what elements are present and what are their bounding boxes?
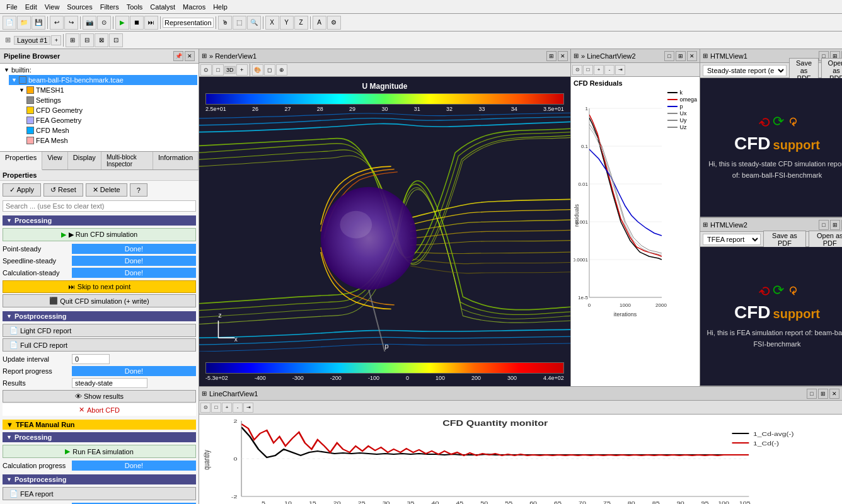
play-btn[interactable]: ▶	[115, 16, 129, 30]
speedline-steady-value[interactable]: Done!	[72, 256, 196, 266]
delete-btn[interactable]: ✕ Delete	[86, 183, 127, 197]
view-btn1[interactable]: ⊞	[66, 33, 79, 47]
settings-btn[interactable]: ⚙	[327, 16, 341, 30]
tfea-processing-header[interactable]: ▼ Processing	[3, 432, 196, 442]
lc-close-btn[interactable]: ✕	[829, 389, 839, 399]
light-cfd-btn[interactable]: 📄 Light CFD report	[3, 324, 196, 337]
rv-tb5[interactable]: ◻	[264, 64, 275, 76]
tab-properties[interactable]: Properties	[0, 152, 42, 170]
rv-3d[interactable]: 3D	[224, 66, 236, 74]
menu-file[interactable]: File	[3, 2, 21, 12]
rv-tb4[interactable]: 🎨	[252, 64, 263, 76]
rv-tb3[interactable]: +	[236, 64, 248, 76]
annotation-btn[interactable]: A	[313, 16, 326, 30]
rotate-y-btn[interactable]: Y	[280, 16, 294, 30]
panel-close-btn[interactable]: ✕	[185, 51, 195, 61]
panel-pin-btn[interactable]: 📌	[173, 51, 183, 61]
camera-btn[interactable]: 📷	[83, 16, 96, 30]
new-btn[interactable]: 📄	[3, 16, 16, 30]
results-input[interactable]	[72, 378, 147, 388]
tree-item-settings[interactable]: Settings	[24, 95, 197, 105]
show-results-btn[interactable]: 👁 Show results	[3, 390, 196, 403]
menu-tools[interactable]: Tools	[123, 2, 147, 12]
rotate-z-btn[interactable]: Z	[294, 16, 308, 30]
tree-item-tmesh[interactable]: ▼ TMESH1	[16, 85, 197, 95]
calc-progress-value[interactable]: Done!	[72, 461, 196, 471]
res-tb4[interactable]: -	[604, 65, 614, 75]
view-btn3[interactable]: ⊠	[95, 33, 108, 47]
rv-tb2[interactable]: □	[212, 64, 224, 76]
res-close-btn[interactable]: ✕	[687, 51, 697, 61]
zoom-btn[interactable]: 🔍	[247, 16, 261, 30]
rv-orient-btn[interactable]: ⊕	[276, 64, 287, 76]
html-view2-dropdown[interactable]: TFEA report	[703, 234, 761, 245]
tree-item-file[interactable]: ▼ beam-ball-FSI-benchmark.tcae	[9, 75, 197, 85]
representation-select[interactable]: Representation	[163, 18, 214, 28]
tab-display[interactable]: Display	[68, 152, 101, 169]
quit-cfd-btn[interactable]: ⬛ Quit CFD simulation (+ write)	[3, 294, 196, 307]
add-layout-btn[interactable]: +	[51, 35, 61, 45]
rv-tb1[interactable]: ⊙	[200, 64, 212, 76]
html-view2-open-pdf[interactable]: Open as PDF	[809, 231, 843, 248]
view-btn2[interactable]: ⊟	[80, 33, 94, 47]
html-view1-dropdown[interactable]: Steady-state report (e	[703, 65, 787, 76]
fea-report-btn[interactable]: 📄 FEA report	[3, 487, 196, 500]
undo-btn[interactable]: ↩	[50, 16, 64, 30]
tree-item-cfd-geom[interactable]: CFD Geometry	[24, 105, 197, 115]
save-btn[interactable]: 💾	[32, 16, 45, 30]
tfea-postprocessing-header[interactable]: ▼ Postprocessing	[3, 474, 196, 484]
tree-item-builtin[interactable]: ▼ builtin:	[1, 65, 197, 75]
view-btn4[interactable]: ⊡	[109, 33, 123, 47]
tab-multiblock[interactable]: Multi-block Inspector	[101, 152, 153, 169]
tree-item-fea-mesh[interactable]: FEA Mesh	[24, 135, 197, 146]
lc-fullscreen-btn[interactable]: ⊞	[818, 389, 828, 399]
tree-item-fea-geom[interactable]: FEA Geometry	[24, 115, 197, 125]
res-fullscreen-btn[interactable]: ⊞	[676, 51, 686, 61]
lc-tb1[interactable]: ⊙	[200, 403, 211, 413]
html-view2-save-pdf[interactable]: Save as PDF	[763, 231, 805, 248]
tab-information[interactable]: Information	[153, 152, 199, 169]
rv-fullscreen-btn[interactable]: ⊞	[546, 51, 557, 61]
apply-btn[interactable]: ✓ Apply	[3, 183, 41, 197]
res-tb1[interactable]: ⊙	[572, 65, 582, 75]
update-interval-input[interactable]	[72, 354, 110, 364]
select-btn[interactable]: ⬚	[233, 16, 246, 30]
menu-filters[interactable]: Filters	[96, 2, 123, 12]
hv2-fullscreen-btn[interactable]: ⊞	[830, 220, 840, 230]
lc-btn1[interactable]: □	[807, 389, 817, 399]
skip-next-btn[interactable]: ⏭ Skip to next point	[3, 280, 196, 293]
next-btn[interactable]: ⏭	[144, 16, 158, 30]
hv2-btn1[interactable]: □	[819, 220, 829, 230]
lc-tb3[interactable]: +	[222, 403, 232, 413]
stop-btn[interactable]: ⏹	[130, 16, 144, 30]
run-fea-btn[interactable]: ▶ Run FEA simulation	[3, 445, 196, 458]
lc-tb4[interactable]: -	[233, 403, 243, 413]
reset-btn[interactable]: ↺ Reset	[43, 183, 83, 197]
help-btn[interactable]: ?	[130, 183, 147, 197]
res-tb5[interactable]: ⇥	[615, 65, 625, 75]
menu-edit[interactable]: Edit	[21, 2, 41, 12]
interact-btn[interactable]: 🖱	[218, 16, 232, 30]
menu-macros[interactable]: Macros	[179, 2, 209, 12]
rv-close-btn[interactable]: ✕	[558, 51, 568, 61]
reset-camera-btn[interactable]: ⊙	[97, 16, 111, 30]
run-cfd-btn[interactable]: ▶ ▶ Run CFD simulation	[3, 228, 196, 241]
lc-tb2[interactable]: □	[211, 403, 221, 413]
redo-btn[interactable]: ↪	[64, 16, 78, 30]
processing-section-header[interactable]: ▼ Processing	[3, 215, 196, 226]
menu-sources[interactable]: Sources	[63, 2, 96, 12]
full-cfd-btn[interactable]: 📄 Full CFD report	[3, 338, 196, 352]
menu-help[interactable]: Help	[209, 2, 231, 12]
res-btn1[interactable]: □	[664, 51, 674, 61]
tree-item-cfd-mesh[interactable]: CFD Mesh	[24, 125, 197, 135]
tab-view[interactable]: View	[42, 152, 68, 169]
open-btn[interactable]: 📁	[17, 16, 31, 30]
point-steady-value[interactable]: Done!	[72, 244, 196, 254]
props-search[interactable]	[3, 200, 196, 212]
tfea-header[interactable]: ▼ TFEA Manual Run	[3, 420, 196, 430]
res-tb2[interactable]: □	[583, 65, 593, 75]
res-tb3[interactable]: +	[594, 65, 604, 75]
rotate-x-btn[interactable]: X	[265, 16, 279, 30]
calculation-steady-value[interactable]: Done!	[72, 268, 196, 278]
menu-catalyst[interactable]: Catalyst	[146, 2, 179, 12]
